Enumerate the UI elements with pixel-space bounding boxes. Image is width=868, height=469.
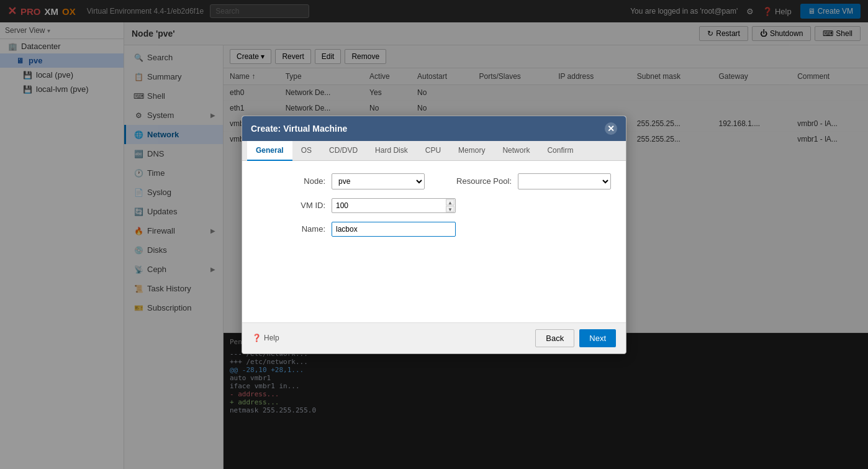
spinner-down[interactable]: ▼: [446, 206, 454, 212]
name-field: [332, 222, 456, 237]
vmid-row: VM ID: ▲ ▼: [257, 198, 611, 213]
tab-network[interactable]: Network: [494, 141, 538, 161]
tab-cpu[interactable]: CPU: [417, 141, 450, 161]
resource-pool-select[interactable]: [518, 173, 611, 189]
modal-tabs: General OS CD/DVD Hard Disk CPU Memory N…: [242, 141, 626, 161]
tab-os[interactable]: OS: [292, 141, 320, 161]
vmid-field: ▲ ▼: [332, 198, 456, 213]
name-label: Name:: [257, 224, 325, 234]
tab-confirm[interactable]: Confirm: [538, 141, 582, 161]
modal-body: Node: pve Resource Pool: VM ID:: [242, 161, 626, 322]
spinner-up[interactable]: ▲: [446, 199, 454, 205]
vmid-input[interactable]: [332, 198, 456, 213]
back-button[interactable]: Back: [535, 329, 574, 347]
help-circle-icon: ❓: [252, 334, 261, 342]
modal-title: Create: Virtual Machine: [251, 124, 347, 134]
next-button[interactable]: Next: [579, 329, 616, 347]
vmid-label: VM ID:: [257, 201, 325, 210]
modal-footer-buttons: Back Next: [535, 329, 616, 347]
node-label: Node:: [257, 176, 325, 186]
modal-help-button[interactable]: ❓ Help: [252, 334, 279, 342]
tab-memory[interactable]: Memory: [450, 141, 494, 161]
node-select[interactable]: pve: [332, 173, 425, 189]
name-row: Name:: [257, 222, 611, 237]
resource-pool-field: [518, 173, 611, 189]
create-vm-modal: Create: Virtual Machine ✕ General OS CD/…: [242, 116, 626, 354]
vmid-spinner[interactable]: ▲ ▼: [446, 199, 454, 212]
modal-overlay[interactable]: Create: Virtual Machine ✕ General OS CD/…: [0, 0, 868, 469]
tab-harddisk[interactable]: Hard Disk: [366, 141, 417, 161]
modal-header: Create: Virtual Machine ✕: [242, 116, 626, 141]
resource-pool-label: Resource Pool:: [431, 176, 512, 186]
modal-close-button[interactable]: ✕: [605, 122, 617, 135]
node-field: pve: [332, 173, 425, 189]
tab-general[interactable]: General: [247, 141, 292, 161]
node-row: Node: pve Resource Pool:: [257, 173, 611, 189]
name-input[interactable]: [332, 222, 456, 237]
modal-footer: ❓ Help Back Next: [242, 322, 626, 353]
tab-cddvd[interactable]: CD/DVD: [320, 141, 366, 161]
